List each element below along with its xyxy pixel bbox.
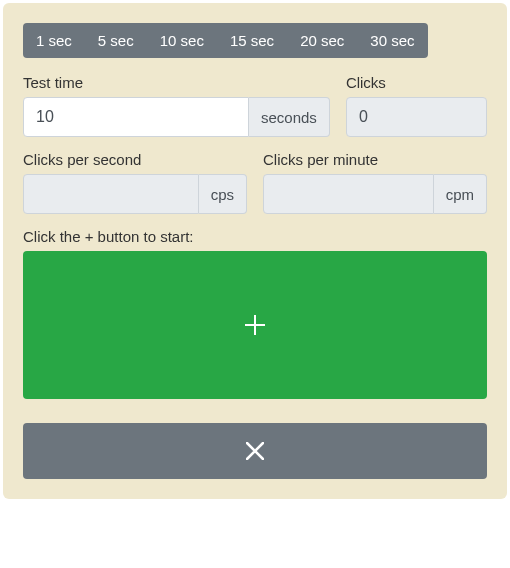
clicks-value: 0 bbox=[346, 97, 487, 137]
cpm-value bbox=[263, 174, 434, 214]
clicks-field: Clicks 0 bbox=[346, 74, 487, 137]
test-time-unit: seconds bbox=[249, 97, 330, 137]
preset-5sec[interactable]: 5 sec bbox=[85, 23, 147, 58]
instruction-text: Click the + button to start: bbox=[23, 228, 487, 245]
click-test-panel: 1 sec 5 sec 10 sec 15 sec 20 sec 30 sec … bbox=[3, 3, 507, 499]
preset-30sec[interactable]: 30 sec bbox=[357, 23, 427, 58]
preset-1sec[interactable]: 1 sec bbox=[23, 23, 85, 58]
test-time-field: Test time seconds bbox=[23, 74, 330, 137]
reset-button[interactable] bbox=[23, 423, 487, 479]
plus-icon bbox=[245, 315, 265, 335]
cpm-field: Clicks per minute cpm bbox=[263, 151, 487, 214]
cps-field: Clicks per second cps bbox=[23, 151, 247, 214]
start-button[interactable] bbox=[23, 251, 487, 399]
preset-bar: 1 sec 5 sec 10 sec 15 sec 20 sec 30 sec bbox=[23, 23, 428, 58]
cps-label: Clicks per second bbox=[23, 151, 247, 168]
test-time-label: Test time bbox=[23, 74, 330, 91]
cpm-unit: cpm bbox=[434, 174, 487, 214]
cpm-label: Clicks per minute bbox=[263, 151, 487, 168]
cps-value bbox=[23, 174, 199, 214]
test-time-input[interactable] bbox=[23, 97, 249, 137]
clicks-label: Clicks bbox=[346, 74, 487, 91]
preset-10sec[interactable]: 10 sec bbox=[147, 23, 217, 58]
preset-15sec[interactable]: 15 sec bbox=[217, 23, 287, 58]
cps-unit: cps bbox=[199, 174, 247, 214]
close-icon bbox=[246, 442, 264, 460]
preset-20sec[interactable]: 20 sec bbox=[287, 23, 357, 58]
